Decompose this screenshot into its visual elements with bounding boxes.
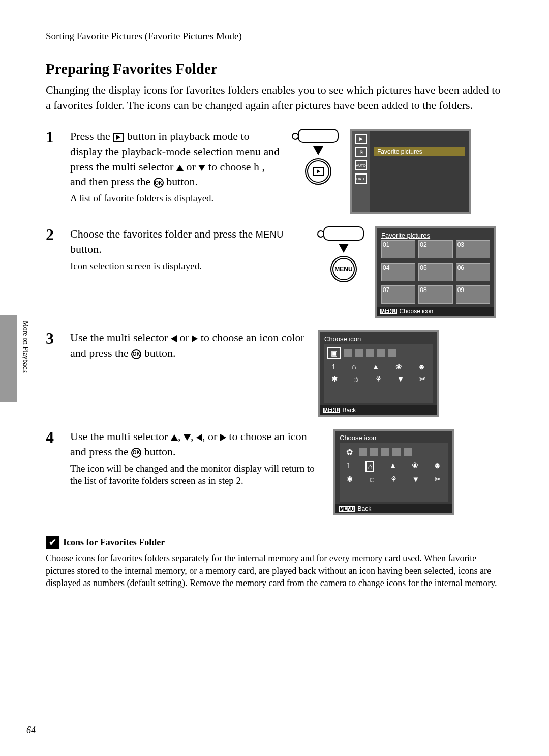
- ok-icon: OK: [154, 178, 164, 188]
- lcd-screen-choose-icon: Choose icon ✿ 1 ⌂ ▲: [333, 429, 454, 515]
- color-swatch: [388, 349, 396, 357]
- color-swatch: [355, 349, 363, 357]
- icon-option: ✂: [419, 374, 426, 384]
- menu-badge-icon: MENU: [339, 506, 355, 512]
- arrow-down-icon: [198, 165, 205, 171]
- ok-icon: OK: [131, 448, 141, 458]
- note-body: Choose icons for favorites folders separ…: [46, 552, 503, 589]
- step: 2 Choose the favorites folder and press …: [46, 226, 503, 318]
- icon-option: ☼: [369, 475, 376, 484]
- page-number: 64: [26, 725, 36, 736]
- chapter-label: More on Playback: [21, 321, 29, 373]
- arrow-left-icon: [171, 335, 177, 342]
- camera-button-diagram: MENU: [318, 226, 369, 282]
- steps-list: 1 Press the button in playback mode to d…: [46, 129, 503, 515]
- folder-thumb: 09: [456, 285, 490, 304]
- step-number: 4: [46, 429, 61, 515]
- icon-option: ❀: [395, 362, 402, 371]
- color-swatch: [381, 448, 389, 456]
- folder-thumb: 06: [456, 263, 490, 281]
- chapter-tab: [0, 315, 17, 402]
- menu-button-icon: MENU: [332, 258, 355, 280]
- lcd-screen-choose-icon: Choose icon ▣ 1 ⌂ ▲: [318, 330, 439, 417]
- arrow-right-icon: [192, 335, 198, 342]
- folder-thumb: 08: [418, 285, 452, 304]
- lcd-title: Choose icon: [340, 434, 448, 442]
- lcd-title: Choose icon: [324, 335, 433, 343]
- step-instruction: Use the multi selector or to choose an i…: [70, 330, 309, 360]
- arrow-left-icon: [196, 434, 202, 441]
- folder-thumb: 02: [418, 240, 452, 258]
- selected-color-box: ✿: [343, 446, 356, 458]
- step-number: 1: [46, 129, 61, 214]
- lcd-footer-text: Back: [357, 505, 371, 512]
- color-swatch: [377, 349, 385, 357]
- icon-option: ▼: [412, 475, 420, 484]
- note-heading: Icons for Favorites Folder: [63, 537, 165, 548]
- running-header: Sorting Favorite Pictures (Favorite Pict…: [46, 31, 503, 42]
- mode-icon: ▶: [355, 134, 367, 144]
- step-subtext: The icon will be changed and the monitor…: [70, 462, 324, 487]
- icon-option: ▲: [372, 362, 380, 371]
- intro-paragraph: Changing the display icons for favorites…: [46, 82, 503, 112]
- checkmark-icon: ✔: [46, 536, 59, 549]
- menu-text-icon: MENU: [256, 229, 284, 240]
- arrow-up-icon: [171, 434, 178, 441]
- folder-thumb: 01: [381, 240, 415, 258]
- step: 3 Use the multi selector or to choose an…: [46, 330, 503, 417]
- arrow-up-icon: [176, 165, 184, 171]
- folder-thumb: 03: [456, 240, 490, 258]
- step-instruction: Use the multi selector , , , or to choos…: [70, 429, 324, 459]
- icon-option: 1: [347, 461, 351, 472]
- icon-option: ✱: [331, 374, 338, 384]
- icon-option: ✱: [347, 475, 353, 484]
- folder-thumb: 07: [381, 285, 415, 304]
- icon-option: ☻: [418, 362, 426, 371]
- camera-button-diagram: [293, 129, 344, 185]
- step: 4 Use the multi selector , , , or to cho…: [46, 429, 503, 515]
- icon-option: ⌂: [365, 461, 374, 472]
- playback-icon: [313, 167, 324, 176]
- icon-option: ⚘: [390, 475, 397, 484]
- icon-option: ☼: [353, 374, 360, 384]
- step-subtext: A list of favorite folders is displayed.: [70, 192, 284, 205]
- step-number: 3: [46, 330, 61, 417]
- lcd-title: Favorite pictures: [381, 231, 490, 239]
- mode-icon: DATE: [355, 173, 367, 184]
- folder-thumb: 05: [418, 263, 452, 281]
- mode-icon: ⎘: [355, 147, 367, 157]
- mode-icon: AUTO: [355, 160, 367, 170]
- playback-icon: [113, 133, 124, 142]
- icon-option: ▲: [389, 461, 397, 472]
- lcd-highlighted-option: Favorite pictures: [374, 147, 465, 156]
- arrow-down-icon: [184, 434, 191, 441]
- section-title: Preparing Favorites Folder: [46, 61, 503, 77]
- ok-icon: OK: [131, 349, 141, 359]
- selected-color-box: ▣: [327, 347, 341, 359]
- step-instruction: Press the button in playback mode to dis…: [70, 129, 284, 189]
- menu-badge-icon: MENU: [323, 408, 340, 413]
- icon-option: ✂: [435, 475, 441, 484]
- arrow-right-icon: [220, 434, 226, 441]
- color-swatch: [359, 448, 367, 456]
- icon-option: ⌂: [352, 362, 356, 371]
- icon-option: ❀: [412, 461, 418, 472]
- lcd-footer-text: Back: [342, 406, 356, 414]
- menu-badge-icon: MENU: [380, 309, 397, 314]
- step: 1 Press the button in playback mode to d…: [46, 129, 503, 214]
- color-swatch: [404, 448, 412, 456]
- color-swatch: [366, 349, 374, 357]
- step-subtext: Icon selection screen is displayed.: [70, 260, 309, 273]
- icon-option: ☻: [433, 461, 441, 472]
- color-swatch: [344, 349, 352, 357]
- step-number: 2: [46, 226, 61, 318]
- icon-option: ▼: [397, 374, 405, 384]
- lcd-screen-folder-grid: Favorite pictures 01 02 03 04 05 06 07 0…: [375, 226, 496, 318]
- icon-option: 1: [331, 362, 336, 371]
- lcd-screen-playback-menu: ▶ ⎘ AUTO DATE Favorite pictures: [350, 129, 471, 214]
- step-instruction: Choose the favorites folder and press th…: [70, 226, 309, 256]
- color-swatch: [392, 448, 401, 456]
- lcd-footer-text: Choose icon: [399, 308, 433, 315]
- color-swatch: [370, 448, 378, 456]
- folder-thumb: 04: [381, 263, 415, 281]
